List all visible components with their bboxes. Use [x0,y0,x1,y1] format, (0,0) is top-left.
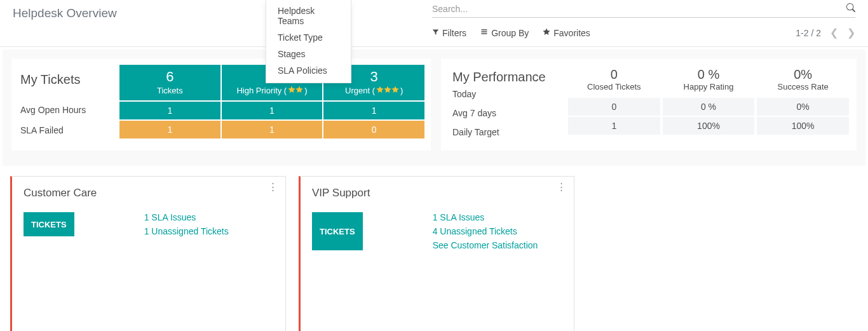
search-input[interactable] [432,4,846,14]
perf-head: 0%Success Rate [757,65,849,97]
team-card-1: VIP Support⋮TICKETS1 SLA Issues4 Unassig… [299,176,574,331]
perf-col-2: 0%Success Rate0%100% [757,65,849,144]
perf-col-0: 0Closed Tickets01 [568,65,660,144]
performance-columns: 0Closed Tickets010 %Happy Rating0 %100%0… [568,58,857,151]
star-icon [376,86,399,95]
perf-label: Closed Tickets [568,82,660,91]
perf-head: 0Closed Tickets [568,65,660,97]
perf-v2: 100% [757,117,849,135]
team-link[interactable]: 1 Unassigned Tickets [144,226,229,236]
control-row: Filters Group By Favorites 1-2 / 2 ❮ ❯ [432,27,855,39]
star-icon [288,86,303,95]
team-body: TICKETS1 SLA Issues4 Unassigned TicketsS… [312,212,562,250]
team-links: 1 SLA Issues1 Unassigned Tickets [144,212,229,236]
perf-head: 0 %Happy Rating [663,65,755,97]
team-link[interactable]: 1 SLA Issues [433,212,538,222]
stat-label: Urgent () [345,86,403,95]
search-row [432,0,855,18]
team-body: TICKETS1 SLA Issues1 Unassigned Tickets [24,212,274,236]
stat-head[interactable]: 6Tickets [119,65,220,100]
performance-panel: My Performance Today Avg 7 days Daily Ta… [441,58,857,151]
perf-big: 0% [757,67,849,82]
my-tickets-labels: My Tickets Avg Open Hours SLA Failed [11,58,119,151]
dropdown-item-stages[interactable]: Stages [266,46,351,62]
dropdown-item-ticket-type[interactable]: Ticket Type [266,29,351,46]
group-by-label: Group By [491,28,529,38]
team-cards: Customer Care⋮TICKETS1 SLA Issues1 Unass… [0,166,868,331]
star-icon [543,28,550,37]
config-dropdown: Helpdesk Teams Ticket Type Stages SLA Po… [266,0,351,83]
perf-v1: 0% [757,98,849,116]
stat-label: High Priority () [236,86,307,95]
topbar: Helpdesk Overview Helpdesk Teams Ticket … [0,0,868,47]
favorites-label: Favorites [553,28,590,38]
tickets-button[interactable]: TICKETS [312,212,363,250]
page-title: Helpdesk Overview [13,6,117,20]
search-icon[interactable] [846,3,855,14]
filters-button[interactable]: Filters [432,28,466,38]
search-and-controls: Filters Group By Favorites 1-2 / 2 ❮ ❯ [432,0,855,39]
list-icon [480,28,488,37]
filters-label: Filters [442,28,466,38]
team-link[interactable]: See Customer Satisfaction [433,240,538,250]
my-tickets-panel: My Tickets Avg Open Hours SLA Failed 6Ti… [11,58,431,151]
team-link[interactable]: 4 Unassigned Tickets [433,226,538,236]
stat-avg[interactable]: 1 [222,102,323,119]
stat-label: Tickets [157,86,183,95]
row-avg-open: Avg Open Hours [20,100,119,120]
pager-next[interactable]: ❯ [847,27,855,39]
dropdown-item-sla-policies[interactable]: SLA Policies [266,62,351,79]
perf-big: 0 % [663,67,755,82]
dashboard-row: My Tickets Avg Open Hours SLA Failed 6Ti… [3,50,865,166]
pager: 1-2 / 2 ❮ ❯ [796,27,855,39]
stat-sla[interactable]: 0 [323,121,424,138]
team-title: VIP Support [312,187,562,199]
kebab-icon[interactable]: ⋮ [557,186,566,188]
performance-labels: My Performance Today Avg 7 days Daily Ta… [441,58,568,151]
row-sla-failed: SLA Failed [20,120,119,140]
perf-label: Happy Rating [663,82,755,91]
tickets-button[interactable]: TICKETS [24,212,74,236]
team-link[interactable]: 1 SLA Issues [144,212,229,222]
stat-sla[interactable]: 1 [222,121,323,138]
filter-icon [432,29,439,37]
pager-prev[interactable]: ❮ [830,27,838,39]
perf-v2: 1 [568,117,660,135]
perf-label: Success Rate [757,82,849,91]
stat-avg[interactable]: 1 [323,102,424,119]
perf-col-1: 0 %Happy Rating0 %100% [663,65,755,144]
perf-big: 0 [568,67,660,82]
row-target: Daily Target [452,123,568,142]
dropdown-item-helpdesk-teams[interactable]: Helpdesk Teams [266,3,351,29]
favorites-button[interactable]: Favorites [543,28,590,38]
team-links: 1 SLA Issues4 Unassigned TicketsSee Cust… [433,212,538,250]
perf-v1: 0 % [663,98,755,116]
performance-title: My Performance [452,70,568,84]
row-today: Today [452,84,568,104]
team-title: Customer Care [24,187,274,199]
stat-avg[interactable]: 1 [119,102,220,119]
group-by-button[interactable]: Group By [480,28,529,38]
perf-v2: 100% [663,117,755,135]
row-avg7: Avg 7 days [452,104,568,123]
stat-big: 6 [122,69,218,85]
my-tickets-title: My Tickets [20,72,119,87]
stat-sla[interactable]: 1 [119,121,220,138]
kebab-icon[interactable]: ⋮ [268,186,278,188]
team-card-0: Customer Care⋮TICKETS1 SLA Issues1 Unass… [10,176,286,331]
perf-v1: 0 [568,98,660,116]
stat-col-0: 6Tickets11 [119,65,220,144]
pager-text: 1-2 / 2 [796,28,821,38]
